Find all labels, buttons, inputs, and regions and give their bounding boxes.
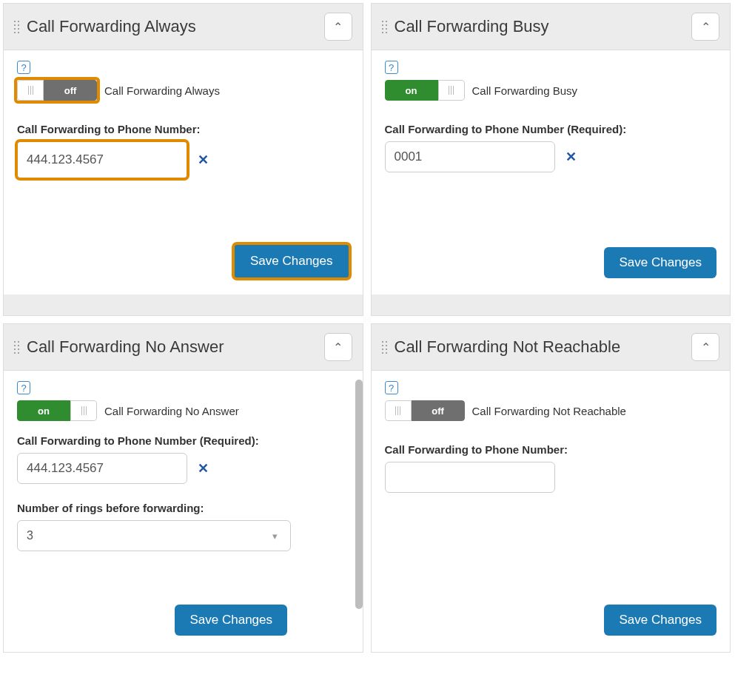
chevron-up-icon: ⌃	[701, 20, 711, 34]
panel-title: Call Forwarding Always	[27, 17, 196, 36]
help-icon[interactable]: ?	[385, 381, 398, 394]
toggle-grip-icon	[385, 400, 412, 421]
rings-select[interactable]: 3	[17, 520, 291, 551]
phone-number-input[interactable]	[17, 141, 187, 178]
clear-icon[interactable]: ✕	[198, 460, 209, 477]
phone-number-label: Call Forwarding to Phone Number:	[17, 123, 349, 135]
drag-handle-icon[interactable]	[382, 19, 387, 35]
toggle-call-forwarding-always[interactable]: off	[17, 80, 97, 101]
phone-number-label: Call Forwarding to Phone Number:	[385, 443, 717, 456]
toggle-grip-icon	[438, 80, 465, 101]
collapse-button[interactable]: ⌃	[324, 13, 352, 41]
drag-handle-icon[interactable]	[14, 19, 19, 35]
panel-call-forwarding-busy: Call Forwarding Busy ⌃ ? on Call Forward…	[371, 3, 731, 316]
toggle-state-label: on	[385, 80, 438, 101]
panel-call-forwarding-always: Call Forwarding Always ⌃ ? off Call Forw…	[3, 3, 363, 316]
drag-handle-icon[interactable]	[14, 340, 19, 355]
toggle-label: Call Forwarding Busy	[472, 84, 578, 97]
panel-call-forwarding-not-reachable: Call Forwarding Not Reachable ⌃ ? off Ca…	[371, 323, 731, 653]
drag-handle-icon[interactable]	[382, 340, 387, 355]
chevron-up-icon: ⌃	[333, 340, 343, 354]
clear-icon[interactable]: ✕	[565, 149, 577, 165]
save-changes-button[interactable]: Save Changes	[175, 605, 287, 636]
toggle-call-forwarding-not-reachable[interactable]: off	[385, 400, 465, 421]
panel-header: Call Forwarding Not Reachable ⌃	[372, 324, 731, 371]
toggle-grip-icon	[17, 80, 44, 101]
rings-label: Number of rings before forwarding:	[17, 502, 349, 514]
collapse-button[interactable]: ⌃	[691, 13, 719, 41]
phone-number-input[interactable]	[385, 141, 555, 172]
toggle-call-forwarding-no-answer[interactable]: on	[17, 400, 97, 421]
panel-header: Call Forwarding Busy ⌃	[372, 4, 731, 50]
panel-title: Call Forwarding No Answer	[27, 337, 224, 357]
phone-number-input[interactable]	[385, 462, 555, 493]
panel-title: Call Forwarding Busy	[395, 17, 549, 36]
panel-title: Call Forwarding Not Reachable	[395, 337, 621, 357]
phone-number-label: Call Forwarding to Phone Number (Require…	[17, 434, 349, 447]
save-changes-button[interactable]: Save Changes	[234, 244, 349, 278]
help-icon[interactable]: ?	[385, 61, 398, 74]
scrollbar-thumb[interactable]	[355, 380, 363, 609]
panel-header: Call Forwarding No Answer ⌃	[4, 324, 363, 371]
help-icon[interactable]: ?	[17, 381, 30, 394]
phone-number-input[interactable]	[17, 453, 187, 484]
chevron-up-icon: ⌃	[701, 340, 711, 354]
chevron-up-icon: ⌃	[333, 20, 343, 34]
panel-footer	[4, 295, 363, 315]
toggle-state-label: on	[17, 400, 70, 421]
collapse-button[interactable]: ⌃	[324, 333, 352, 361]
clear-icon[interactable]: ✕	[198, 152, 209, 168]
phone-number-label: Call Forwarding to Phone Number (Require…	[385, 123, 717, 135]
toggle-state-label: off	[44, 80, 97, 101]
toggle-label: Call Forwarding Always	[104, 84, 220, 97]
toggle-state-label: off	[412, 400, 465, 421]
toggle-label: Call Forwarding No Answer	[104, 405, 239, 417]
panel-footer	[372, 295, 731, 315]
toggle-label: Call Forwarding Not Reachable	[472, 405, 626, 417]
toggle-grip-icon	[70, 400, 97, 421]
toggle-call-forwarding-busy[interactable]: on	[385, 80, 465, 101]
panel-call-forwarding-no-answer: Call Forwarding No Answer ⌃ ? on Call Fo…	[3, 323, 363, 653]
save-changes-button[interactable]: Save Changes	[604, 247, 716, 278]
panel-header: Call Forwarding Always ⌃	[4, 4, 363, 50]
save-changes-button[interactable]: Save Changes	[604, 605, 716, 636]
help-icon[interactable]: ?	[17, 61, 30, 74]
collapse-button[interactable]: ⌃	[691, 333, 719, 361]
